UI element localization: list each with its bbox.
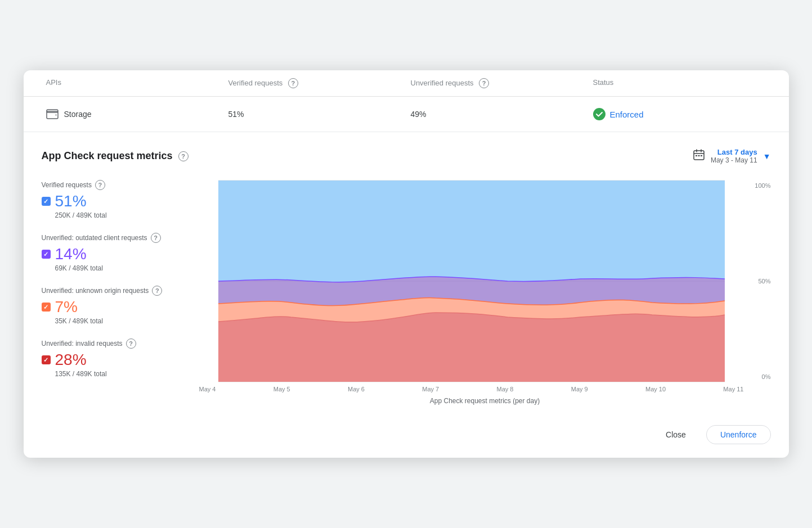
- legend-label-row-0: Verified requests ?: [42, 180, 188, 190]
- legend-item-outdated: Unverified: outdated client requests ? ✓…: [42, 233, 188, 272]
- legend-label-row-2: Unverified: unknown origin requests ?: [42, 286, 188, 296]
- date-range-label: Last 7 days: [711, 148, 757, 156]
- percent-unknown: 7%: [55, 298, 78, 316]
- api-name-label: Storage: [64, 110, 92, 119]
- check-icon-1: ✓: [43, 251, 48, 258]
- count-unknown: 35K / 489K total: [55, 317, 188, 325]
- chart-area: 100% 50% 0% May 4 May 5 May 6 May 7 May …: [199, 180, 771, 405]
- metrics-header: App Check request metrics ?: [42, 148, 771, 164]
- checkbox-unknown[interactable]: ✓: [42, 303, 51, 312]
- svg-rect-8: [696, 155, 697, 156]
- legend-help-0[interactable]: ?: [95, 180, 105, 190]
- svg-point-2: [55, 115, 56, 116]
- x-label-may4: May 4: [199, 386, 216, 392]
- enforced-badge: Enforced: [593, 108, 644, 120]
- legend-label-2: Unverified: unknown origin requests: [42, 287, 149, 295]
- verified-help-icon[interactable]: ?: [288, 78, 298, 88]
- check-icon-2: ✓: [43, 304, 48, 311]
- area-verified: [218, 180, 725, 282]
- x-label-may6: May 6: [348, 386, 365, 392]
- chart-caption: App Check request metrics (per day): [199, 397, 771, 405]
- check-icon-3: ✓: [43, 356, 48, 364]
- date-range-text: Last 7 days May 3 - May 11: [711, 148, 757, 164]
- percent-verified: 51%: [55, 192, 87, 210]
- close-button[interactable]: Close: [652, 425, 699, 444]
- y-label-50: 50%: [746, 278, 771, 285]
- table-row: Storage 51% 49% Enforced: [24, 97, 789, 132]
- legend-help-2[interactable]: ?: [152, 286, 162, 296]
- enforced-label: Enforced: [610, 110, 644, 119]
- area-invalid: [218, 313, 725, 382]
- unenforce-button[interactable]: Unenforce: [706, 425, 771, 444]
- chart-container: 100% 50% 0% May 4 May 5 May 6 May 7 May …: [199, 180, 771, 405]
- x-label-may5: May 5: [273, 386, 290, 392]
- verified-cell: 51%: [224, 98, 406, 130]
- dropdown-arrow-icon: ▼: [763, 152, 771, 161]
- svg-rect-10: [701, 155, 702, 156]
- x-label-may8: May 8: [497, 386, 514, 392]
- checkbox-outdated[interactable]: ✓: [42, 250, 51, 259]
- metrics-title: App Check request metrics: [42, 150, 173, 162]
- legend-item-verified: Verified requests ? ✓ 51% 250K / 489K to…: [42, 180, 188, 219]
- x-label-may7: May 7: [422, 386, 439, 392]
- area-chart-svg: [199, 180, 744, 382]
- svg-point-3: [593, 108, 605, 120]
- y-label-0: 0%: [746, 373, 771, 380]
- table-header: APIs Verified requests ? Unverified requ…: [24, 70, 789, 97]
- x-label-may9: May 9: [571, 386, 588, 392]
- count-verified: 250K / 489K total: [55, 211, 188, 219]
- x-axis-labels: May 4 May 5 May 6 May 7 May 8 May 9 May …: [199, 382, 744, 392]
- legend-panel: Verified requests ? ✓ 51% 250K / 489K to…: [42, 180, 199, 405]
- legend-help-1[interactable]: ?: [151, 233, 161, 243]
- date-range-selector[interactable]: Last 7 days May 3 - May 11 ▼: [693, 148, 771, 164]
- api-name-cell: Storage: [42, 98, 224, 130]
- metrics-title-row: App Check request metrics ?: [42, 150, 189, 162]
- col-apis: APIs: [42, 70, 224, 96]
- legend-label-row-3: Unverified: invalid requests ?: [42, 339, 188, 349]
- percent-invalid: 28%: [55, 351, 87, 369]
- date-range-sub: May 3 - May 11: [711, 156, 757, 164]
- legend-item-invalid: Unverified: invalid requests ? ✓ 28% 135…: [42, 339, 188, 378]
- modal-footer: Close Unenforce: [24, 416, 789, 458]
- legend-label-row-1: Unverified: outdated client requests ?: [42, 233, 188, 243]
- x-label-may10: May 10: [645, 386, 666, 392]
- legend-label-3: Unverified: invalid requests: [42, 340, 123, 348]
- legend-label-0: Verified requests: [42, 181, 92, 189]
- storage-icon: [46, 109, 59, 119]
- col-unverified: Unverified requests ?: [406, 70, 589, 96]
- legend-value-3: ✓ 28%: [42, 351, 188, 369]
- percent-outdated: 14%: [55, 245, 87, 263]
- y-label-100: 100%: [746, 182, 771, 189]
- metrics-section: App Check request metrics ?: [24, 132, 789, 416]
- col-verified: Verified requests ?: [224, 70, 406, 96]
- status-cell: Enforced: [589, 97, 771, 132]
- legend-item-unknown: Unverified: unknown origin requests ? ✓ …: [42, 286, 188, 325]
- enforced-check-icon: [593, 108, 605, 120]
- legend-value-1: ✓ 14%: [42, 245, 188, 263]
- y-axis-labels: 100% 50% 0%: [746, 180, 771, 382]
- check-icon-0: ✓: [43, 198, 48, 205]
- unverified-help-icon[interactable]: ?: [479, 78, 489, 88]
- legend-value-2: ✓ 7%: [42, 298, 188, 316]
- modal-container: APIs Verified requests ? Unverified requ…: [24, 70, 789, 458]
- checkbox-verified[interactable]: ✓: [42, 197, 51, 206]
- svg-rect-9: [698, 155, 699, 156]
- content-area: Verified requests ? ✓ 51% 250K / 489K to…: [42, 180, 771, 405]
- count-invalid: 135K / 489K total: [55, 370, 188, 378]
- legend-help-3[interactable]: ?: [126, 339, 136, 349]
- checkbox-invalid[interactable]: ✓: [42, 355, 51, 364]
- legend-value-0: ✓ 51%: [42, 192, 188, 210]
- calendar-icon: [693, 148, 705, 164]
- legend-label-1: Unverified: outdated client requests: [42, 234, 147, 242]
- col-status: Status: [589, 70, 771, 96]
- metrics-help-icon[interactable]: ?: [178, 151, 189, 161]
- count-outdated: 69K / 489K total: [55, 264, 188, 272]
- x-label-may11: May 11: [723, 386, 743, 392]
- unverified-cell: 49%: [406, 98, 589, 130]
